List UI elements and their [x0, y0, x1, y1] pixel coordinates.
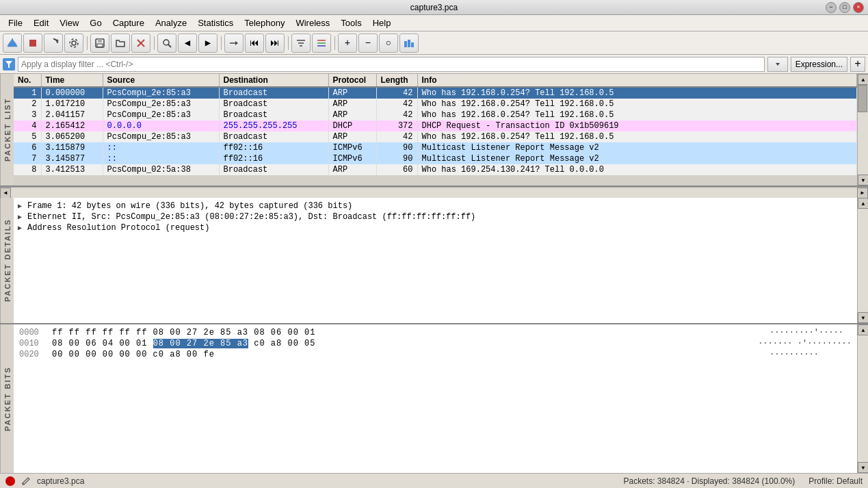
- bytes-scroll-track[interactable]: [858, 335, 868, 462]
- col-length[interactable]: Length: [376, 74, 417, 87]
- normal-size-button[interactable]: ○: [379, 34, 398, 53]
- close-capture-button[interactable]: [131, 34, 150, 53]
- svg-rect-20: [408, 40, 410, 47]
- scroll-thumb[interactable]: [858, 85, 867, 112]
- forward-button[interactable]: ▶: [198, 34, 218, 53]
- cell-source: 0.0.0.0: [103, 120, 219, 131]
- menu-telephony[interactable]: Telephony: [239, 16, 290, 29]
- expression-button[interactable]: Expression...: [791, 57, 847, 72]
- goto-button[interactable]: [224, 34, 244, 53]
- search-button[interactable]: [157, 34, 176, 53]
- hscroll-left-button[interactable]: ◀: [0, 188, 11, 198]
- col-info[interactable]: Info: [417, 74, 857, 87]
- packet-list-hscroll[interactable]: ◀ ▶: [0, 187, 868, 198]
- toolbar-sep-3: [219, 34, 223, 53]
- table-row[interactable]: 4 2.165412 0.0.0.0 255.255.255.255 DHCP …: [14, 120, 857, 131]
- svg-point-9: [163, 40, 169, 45]
- menu-view[interactable]: View: [54, 16, 84, 29]
- svg-marker-22: [5, 61, 12, 68]
- details-scroll-up[interactable]: ▲: [858, 198, 868, 209]
- detail-arrow: ▶: [18, 213, 25, 221]
- menu-edit[interactable]: Edit: [28, 16, 54, 29]
- cell-length: 42: [376, 110, 417, 120]
- details-scroll-down[interactable]: ▼: [858, 312, 868, 323]
- cell-source: PcsCompu_2e:85:a3: [103, 131, 219, 142]
- table-row[interactable]: 8 3.412513 PcsCompu_02:5a:38 Broadcast A…: [14, 164, 857, 175]
- bytes-row: 0000 ff ff ff ff ff ff 08 00 27 2e 85 a3…: [19, 327, 852, 338]
- cell-time: 3.145877: [41, 153, 103, 164]
- packet-details-scrollbar[interactable]: ▲ ▼: [857, 198, 868, 323]
- zoom-in-button[interactable]: +: [338, 34, 357, 53]
- cell-length: 90: [376, 153, 417, 164]
- maximize-button[interactable]: □: [839, 2, 850, 13]
- hscroll-track[interactable]: [11, 188, 857, 198]
- table-row[interactable]: 7 3.145877 :: ff02::16 ICMPv6 90 Multica…: [14, 153, 857, 164]
- cell-length: 42: [376, 131, 417, 142]
- menu-statistics[interactable]: Statistics: [192, 16, 239, 29]
- col-destination[interactable]: Destination: [219, 74, 328, 87]
- details-scroll-track[interactable]: [858, 209, 868, 312]
- cell-destination: Broadcast: [219, 164, 328, 175]
- colorize-button[interactable]: [312, 34, 331, 53]
- cell-length: 42: [376, 99, 417, 110]
- shark-fin-button[interactable]: [3, 34, 22, 53]
- bytes-content: 0000 ff ff ff ff ff ff 08 00 27 2e 85 a3…: [14, 324, 857, 473]
- bytes-scroll-up[interactable]: ▲: [858, 324, 868, 335]
- table-row[interactable]: 2 1.017210 PcsCompu_2e:85:a3 Broadcast A…: [14, 99, 857, 110]
- toolbar-sep-5: [332, 34, 337, 53]
- detail-item[interactable]: ▶Address Resolution Protocol (request): [14, 222, 857, 233]
- table-row[interactable]: 6 3.115879 :: ff02::16 ICMPv6 90 Multica…: [14, 142, 857, 153]
- save-button[interactable]: [90, 34, 109, 53]
- back-button[interactable]: ◀: [178, 34, 197, 53]
- detail-item[interactable]: ▶Ethernet II, Src: PcsCompu_2e:85:a3 (08…: [14, 211, 857, 222]
- scroll-track[interactable]: [858, 85, 868, 175]
- cell-info: Who has 192.168.0.254? Tell 192.168.0.5: [417, 131, 857, 142]
- graph-button[interactable]: [399, 34, 419, 53]
- table-row[interactable]: 1 0.000000 PcsCompu_2e:85:a3 Broadcast A…: [14, 87, 857, 99]
- detail-item[interactable]: ▶Frame 1: 42 bytes on wire (336 bits), 4…: [14, 201, 857, 211]
- bytes-ascii: ······· ·'·········: [758, 339, 852, 348]
- hscroll-right-button[interactable]: ▶: [857, 188, 868, 198]
- cell-time: 1.017210: [41, 99, 103, 110]
- packet-list-scrollbar[interactable]: ▲ ▼: [857, 74, 868, 185]
- zoom-out-button[interactable]: −: [358, 34, 378, 53]
- hex-highlight: 08 00 27 2e 85 a3: [153, 339, 248, 348]
- cell-destination: Broadcast: [219, 131, 328, 142]
- settings-button[interactable]: [64, 34, 83, 53]
- col-protocol[interactable]: Protocol: [328, 74, 376, 87]
- filter-list-button[interactable]: [291, 34, 311, 53]
- bytes-offset: 0020: [19, 350, 47, 359]
- menu-analyze[interactable]: Analyze: [150, 16, 192, 29]
- menu-tools[interactable]: Tools: [335, 16, 367, 29]
- add-filter-button[interactable]: +: [850, 57, 865, 72]
- cell-protocol: ARP: [328, 87, 376, 99]
- edit-icon: [21, 476, 31, 487]
- cell-destination: Broadcast: [219, 99, 328, 110]
- menu-capture[interactable]: Capture: [107, 16, 150, 29]
- cell-protocol: ICMPv6: [328, 142, 376, 153]
- menu-help[interactable]: Help: [367, 16, 397, 29]
- col-no[interactable]: No.: [14, 74, 41, 87]
- packet-bytes-scrollbar[interactable]: ▲ ▼: [857, 324, 868, 473]
- col-source[interactable]: Source: [103, 74, 219, 87]
- close-button[interactable]: ×: [853, 2, 864, 13]
- filter-dropdown-button[interactable]: [767, 57, 788, 72]
- last-button[interactable]: ⏭: [265, 34, 285, 53]
- bytes-scroll-down[interactable]: ▼: [858, 462, 868, 473]
- scroll-down-button[interactable]: ▼: [858, 175, 868, 185]
- menu-go[interactable]: Go: [84, 16, 107, 29]
- col-time[interactable]: Time: [41, 74, 103, 87]
- minimize-button[interactable]: −: [826, 2, 837, 13]
- cell-protocol: ARP: [328, 110, 376, 120]
- reload-button[interactable]: [44, 34, 63, 53]
- svg-rect-21: [411, 42, 414, 47]
- display-filter-input[interactable]: [18, 57, 765, 72]
- scroll-up-button[interactable]: ▲: [858, 74, 868, 85]
- menu-file[interactable]: File: [3, 16, 28, 29]
- stop-button[interactable]: [23, 34, 42, 53]
- table-row[interactable]: 5 3.065200 PcsCompu_2e:85:a3 Broadcast A…: [14, 131, 857, 142]
- first-button[interactable]: ⏮: [245, 34, 264, 53]
- table-row[interactable]: 3 2.041157 PcsCompu_2e:85:a3 Broadcast A…: [14, 110, 857, 120]
- menu-wireless[interactable]: Wireless: [290, 16, 335, 29]
- open-button[interactable]: [111, 34, 130, 53]
